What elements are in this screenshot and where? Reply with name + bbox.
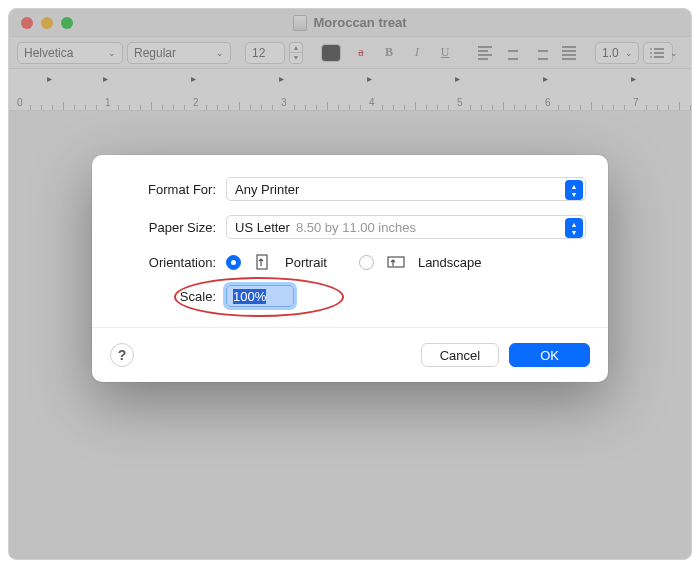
- help-button[interactable]: ?: [110, 343, 134, 367]
- font-size-stepper[interactable]: ▲ ▼: [289, 42, 303, 64]
- format-for-label: Format For:: [114, 182, 226, 197]
- scale-label: Scale:: [114, 289, 226, 304]
- orientation-portrait-radio[interactable]: [226, 255, 241, 270]
- bold-button[interactable]: B: [377, 42, 401, 64]
- format-toolbar: Helvetica ⌄ Regular ⌄ 12 ▲ ▼ a B I U 1.0…: [9, 37, 691, 69]
- ruler-number: 2: [193, 97, 199, 108]
- ruler-number: 3: [281, 97, 287, 108]
- titlebar: Moroccan treat: [9, 9, 691, 37]
- chevron-down-icon[interactable]: ▼: [289, 52, 303, 64]
- chevron-up-icon[interactable]: ▲: [289, 42, 303, 53]
- svg-rect-1: [388, 257, 404, 267]
- orientation-label: Orientation:: [114, 255, 226, 270]
- underline-button[interactable]: U: [433, 42, 457, 64]
- ruler-marker-icon[interactable]: ▸: [367, 73, 372, 84]
- paper-size-select[interactable]: US Letter 8.50 by 11.00 inches ▲▼: [226, 215, 586, 239]
- font-size-value: 12: [252, 46, 265, 60]
- orientation-landscape-radio[interactable]: [359, 255, 374, 270]
- ruler: ▸ 01▸2▸3▸4▸5▸6▸7▸: [9, 69, 691, 111]
- ok-button[interactable]: OK: [509, 343, 590, 367]
- ruler-marker-icon[interactable]: ▸: [543, 73, 548, 84]
- text-color-swatch[interactable]: [321, 44, 341, 62]
- align-left-button[interactable]: [473, 42, 497, 64]
- font-size-select[interactable]: 12: [245, 42, 285, 64]
- font-style-value: Regular: [134, 46, 176, 60]
- ruler-number: 7: [633, 97, 639, 108]
- line-spacing-select[interactable]: 1.0 ⌄: [595, 42, 639, 64]
- document-icon: [293, 15, 307, 31]
- strikethrough-button[interactable]: a: [349, 42, 373, 64]
- ruler-marker-icon[interactable]: ▸: [455, 73, 460, 84]
- ruler-marker-icon[interactable]: ▸: [103, 73, 108, 84]
- ruler-number: 5: [457, 97, 463, 108]
- italic-button[interactable]: I: [405, 42, 429, 64]
- page-setup-dialog: Format For: Any Printer ▲▼ Paper Size: U…: [92, 155, 608, 382]
- ruler-number: 6: [545, 97, 551, 108]
- align-justify-button[interactable]: [557, 42, 581, 64]
- chevron-updown-icon: ⌄: [670, 48, 678, 58]
- portrait-icon: [253, 253, 273, 271]
- ruler-marker-icon[interactable]: ▸: [47, 73, 52, 84]
- font-style-select[interactable]: Regular ⌄: [127, 42, 231, 64]
- chevron-updown-icon: ▲▼: [565, 180, 583, 200]
- scale-input[interactable]: [226, 285, 294, 307]
- font-family-select[interactable]: Helvetica ⌄: [17, 42, 123, 64]
- paper-size-detail: 8.50 by 11.00 inches: [296, 220, 416, 235]
- cancel-button[interactable]: Cancel: [421, 343, 499, 367]
- orientation-portrait-label: Portrait: [285, 255, 327, 270]
- window-title-text: Moroccan treat: [313, 15, 406, 30]
- ruler-number: 1: [105, 97, 111, 108]
- align-center-button[interactable]: [501, 42, 525, 64]
- ruler-marker-icon[interactable]: ▸: [191, 73, 196, 84]
- svg-rect-0: [257, 255, 267, 269]
- window-title: Moroccan treat: [9, 15, 691, 31]
- paper-size-label: Paper Size:: [114, 220, 226, 235]
- align-right-button[interactable]: [529, 42, 553, 64]
- chevron-updown-icon: ▲▼: [565, 218, 583, 238]
- list-icon: [650, 48, 664, 58]
- landscape-icon: [386, 253, 406, 271]
- font-family-value: Helvetica: [24, 46, 73, 60]
- ruler-number: 4: [369, 97, 375, 108]
- chevron-updown-icon: ⌄: [625, 48, 633, 58]
- ruler-number: 0: [17, 97, 23, 108]
- orientation-landscape-label: Landscape: [418, 255, 482, 270]
- chevron-updown-icon: ⌄: [216, 48, 224, 58]
- ruler-marker-icon[interactable]: ▸: [631, 73, 636, 84]
- line-spacing-value: 1.0: [602, 46, 619, 60]
- chevron-updown-icon: ⌄: [108, 48, 116, 58]
- paper-size-value: US Letter: [235, 220, 290, 235]
- format-for-select[interactable]: Any Printer ▲▼: [226, 177, 586, 201]
- list-style-select[interactable]: ⌄: [643, 42, 673, 64]
- ruler-marker-icon[interactable]: ▸: [279, 73, 284, 84]
- format-for-value: Any Printer: [235, 182, 299, 197]
